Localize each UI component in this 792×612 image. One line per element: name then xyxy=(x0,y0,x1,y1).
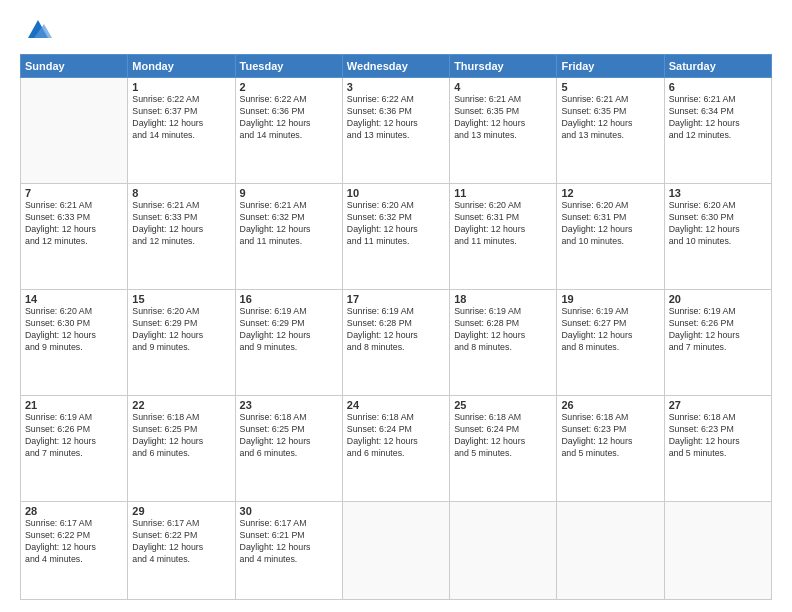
day-number: 23 xyxy=(240,399,338,411)
day-number: 22 xyxy=(132,399,230,411)
day-info: Sunrise: 6:22 AM Sunset: 6:36 PM Dayligh… xyxy=(240,94,338,142)
day-cell: 13Sunrise: 6:20 AM Sunset: 6:30 PM Dayli… xyxy=(664,184,771,290)
day-number: 3 xyxy=(347,81,445,93)
header-row: SundayMondayTuesdayWednesdayThursdayFrid… xyxy=(21,55,772,78)
day-cell: 19Sunrise: 6:19 AM Sunset: 6:27 PM Dayli… xyxy=(557,290,664,396)
day-info: Sunrise: 6:18 AM Sunset: 6:24 PM Dayligh… xyxy=(347,412,445,460)
day-cell: 1Sunrise: 6:22 AM Sunset: 6:37 PM Daylig… xyxy=(128,78,235,184)
day-info: Sunrise: 6:18 AM Sunset: 6:24 PM Dayligh… xyxy=(454,412,552,460)
day-cell xyxy=(21,78,128,184)
day-number: 14 xyxy=(25,293,123,305)
day-info: Sunrise: 6:21 AM Sunset: 6:35 PM Dayligh… xyxy=(561,94,659,142)
week-row-0: 1Sunrise: 6:22 AM Sunset: 6:37 PM Daylig… xyxy=(21,78,772,184)
logo-icon xyxy=(24,16,52,44)
day-number: 25 xyxy=(454,399,552,411)
calendar-table: SundayMondayTuesdayWednesdayThursdayFrid… xyxy=(20,54,772,600)
day-cell: 23Sunrise: 6:18 AM Sunset: 6:25 PM Dayli… xyxy=(235,396,342,502)
day-number: 2 xyxy=(240,81,338,93)
day-info: Sunrise: 6:20 AM Sunset: 6:31 PM Dayligh… xyxy=(454,200,552,248)
day-cell: 12Sunrise: 6:20 AM Sunset: 6:31 PM Dayli… xyxy=(557,184,664,290)
day-number: 11 xyxy=(454,187,552,199)
day-number: 27 xyxy=(669,399,767,411)
day-cell: 4Sunrise: 6:21 AM Sunset: 6:35 PM Daylig… xyxy=(450,78,557,184)
day-cell: 2Sunrise: 6:22 AM Sunset: 6:36 PM Daylig… xyxy=(235,78,342,184)
day-header-sunday: Sunday xyxy=(21,55,128,78)
day-cell: 25Sunrise: 6:18 AM Sunset: 6:24 PM Dayli… xyxy=(450,396,557,502)
day-number: 29 xyxy=(132,505,230,517)
day-cell: 10Sunrise: 6:20 AM Sunset: 6:32 PM Dayli… xyxy=(342,184,449,290)
day-number: 8 xyxy=(132,187,230,199)
day-info: Sunrise: 6:20 AM Sunset: 6:30 PM Dayligh… xyxy=(25,306,123,354)
calendar-body: 1Sunrise: 6:22 AM Sunset: 6:37 PM Daylig… xyxy=(21,78,772,600)
day-cell: 6Sunrise: 6:21 AM Sunset: 6:34 PM Daylig… xyxy=(664,78,771,184)
day-header-monday: Monday xyxy=(128,55,235,78)
day-cell: 15Sunrise: 6:20 AM Sunset: 6:29 PM Dayli… xyxy=(128,290,235,396)
day-header-friday: Friday xyxy=(557,55,664,78)
day-info: Sunrise: 6:20 AM Sunset: 6:32 PM Dayligh… xyxy=(347,200,445,248)
logo xyxy=(20,16,52,44)
day-info: Sunrise: 6:18 AM Sunset: 6:23 PM Dayligh… xyxy=(561,412,659,460)
day-number: 17 xyxy=(347,293,445,305)
day-cell: 9Sunrise: 6:21 AM Sunset: 6:32 PM Daylig… xyxy=(235,184,342,290)
day-cell: 3Sunrise: 6:22 AM Sunset: 6:36 PM Daylig… xyxy=(342,78,449,184)
day-number: 6 xyxy=(669,81,767,93)
day-number: 10 xyxy=(347,187,445,199)
calendar-header: SundayMondayTuesdayWednesdayThursdayFrid… xyxy=(21,55,772,78)
day-info: Sunrise: 6:18 AM Sunset: 6:23 PM Dayligh… xyxy=(669,412,767,460)
day-cell xyxy=(557,502,664,600)
page: SundayMondayTuesdayWednesdayThursdayFrid… xyxy=(0,0,792,612)
day-number: 26 xyxy=(561,399,659,411)
day-cell: 11Sunrise: 6:20 AM Sunset: 6:31 PM Dayli… xyxy=(450,184,557,290)
day-cell: 22Sunrise: 6:18 AM Sunset: 6:25 PM Dayli… xyxy=(128,396,235,502)
day-cell: 21Sunrise: 6:19 AM Sunset: 6:26 PM Dayli… xyxy=(21,396,128,502)
day-cell: 28Sunrise: 6:17 AM Sunset: 6:22 PM Dayli… xyxy=(21,502,128,600)
day-number: 12 xyxy=(561,187,659,199)
day-header-wednesday: Wednesday xyxy=(342,55,449,78)
day-cell: 18Sunrise: 6:19 AM Sunset: 6:28 PM Dayli… xyxy=(450,290,557,396)
day-cell: 8Sunrise: 6:21 AM Sunset: 6:33 PM Daylig… xyxy=(128,184,235,290)
day-cell: 16Sunrise: 6:19 AM Sunset: 6:29 PM Dayli… xyxy=(235,290,342,396)
day-info: Sunrise: 6:19 AM Sunset: 6:28 PM Dayligh… xyxy=(347,306,445,354)
day-cell: 29Sunrise: 6:17 AM Sunset: 6:22 PM Dayli… xyxy=(128,502,235,600)
day-info: Sunrise: 6:21 AM Sunset: 6:33 PM Dayligh… xyxy=(132,200,230,248)
day-cell: 24Sunrise: 6:18 AM Sunset: 6:24 PM Dayli… xyxy=(342,396,449,502)
day-info: Sunrise: 6:19 AM Sunset: 6:29 PM Dayligh… xyxy=(240,306,338,354)
week-row-1: 7Sunrise: 6:21 AM Sunset: 6:33 PM Daylig… xyxy=(21,184,772,290)
day-number: 9 xyxy=(240,187,338,199)
day-header-thursday: Thursday xyxy=(450,55,557,78)
day-cell: 30Sunrise: 6:17 AM Sunset: 6:21 PM Dayli… xyxy=(235,502,342,600)
day-cell: 7Sunrise: 6:21 AM Sunset: 6:33 PM Daylig… xyxy=(21,184,128,290)
day-number: 28 xyxy=(25,505,123,517)
day-info: Sunrise: 6:21 AM Sunset: 6:33 PM Dayligh… xyxy=(25,200,123,248)
day-info: Sunrise: 6:18 AM Sunset: 6:25 PM Dayligh… xyxy=(240,412,338,460)
day-info: Sunrise: 6:17 AM Sunset: 6:21 PM Dayligh… xyxy=(240,518,338,566)
day-cell xyxy=(342,502,449,600)
day-info: Sunrise: 6:21 AM Sunset: 6:32 PM Dayligh… xyxy=(240,200,338,248)
day-info: Sunrise: 6:17 AM Sunset: 6:22 PM Dayligh… xyxy=(25,518,123,566)
week-row-2: 14Sunrise: 6:20 AM Sunset: 6:30 PM Dayli… xyxy=(21,290,772,396)
day-number: 20 xyxy=(669,293,767,305)
day-header-saturday: Saturday xyxy=(664,55,771,78)
day-info: Sunrise: 6:20 AM Sunset: 6:29 PM Dayligh… xyxy=(132,306,230,354)
day-info: Sunrise: 6:20 AM Sunset: 6:31 PM Dayligh… xyxy=(561,200,659,248)
week-row-3: 21Sunrise: 6:19 AM Sunset: 6:26 PM Dayli… xyxy=(21,396,772,502)
day-number: 15 xyxy=(132,293,230,305)
day-number: 5 xyxy=(561,81,659,93)
day-number: 7 xyxy=(25,187,123,199)
day-cell: 27Sunrise: 6:18 AM Sunset: 6:23 PM Dayli… xyxy=(664,396,771,502)
day-number: 19 xyxy=(561,293,659,305)
day-info: Sunrise: 6:20 AM Sunset: 6:30 PM Dayligh… xyxy=(669,200,767,248)
day-number: 18 xyxy=(454,293,552,305)
header xyxy=(20,16,772,44)
day-number: 30 xyxy=(240,505,338,517)
day-cell: 14Sunrise: 6:20 AM Sunset: 6:30 PM Dayli… xyxy=(21,290,128,396)
day-number: 16 xyxy=(240,293,338,305)
day-number: 4 xyxy=(454,81,552,93)
day-cell: 5Sunrise: 6:21 AM Sunset: 6:35 PM Daylig… xyxy=(557,78,664,184)
day-cell: 20Sunrise: 6:19 AM Sunset: 6:26 PM Dayli… xyxy=(664,290,771,396)
day-info: Sunrise: 6:18 AM Sunset: 6:25 PM Dayligh… xyxy=(132,412,230,460)
day-info: Sunrise: 6:19 AM Sunset: 6:28 PM Dayligh… xyxy=(454,306,552,354)
day-info: Sunrise: 6:17 AM Sunset: 6:22 PM Dayligh… xyxy=(132,518,230,566)
day-info: Sunrise: 6:21 AM Sunset: 6:35 PM Dayligh… xyxy=(454,94,552,142)
day-info: Sunrise: 6:19 AM Sunset: 6:27 PM Dayligh… xyxy=(561,306,659,354)
